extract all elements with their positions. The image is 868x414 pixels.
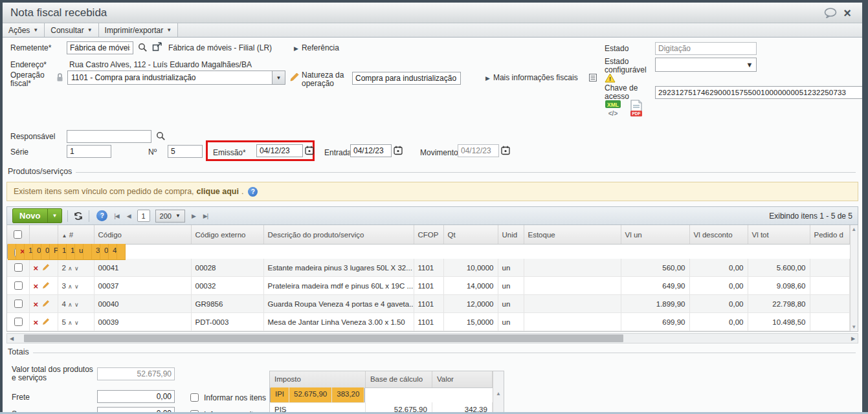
vertical-scrollbar[interactable]: ▲ ▼ [850, 225, 858, 331]
serie-input[interactable] [67, 145, 111, 158]
frete-informar-checkbox[interactable] [190, 393, 199, 402]
edit-pencil-icon[interactable] [42, 263, 50, 271]
warning-link[interactable]: clique aqui [197, 187, 239, 196]
estado-configuravel-select[interactable]: ▼ [655, 58, 757, 72]
move-down-icon[interactable]: ∨ [74, 265, 79, 272]
col-codigo[interactable]: Código [94, 225, 191, 245]
help-icon[interactable]: ? [248, 187, 258, 197]
edit-pencil-icon[interactable] [42, 300, 50, 307]
move-down-icon[interactable]: ∨ [74, 301, 79, 308]
table-row[interactable]: × 2 ∧ ∨ 00041 00028 Estante madeira pinu… [7, 259, 849, 277]
calendar-icon[interactable] [501, 146, 510, 155]
col-vl-tot[interactable]: Vl tot [748, 225, 810, 245]
edit-pencil-icon[interactable] [42, 281, 50, 289]
page-size-select[interactable]: 200 ▼ [155, 210, 185, 223]
prev-page-icon[interactable]: ◀ [126, 213, 132, 219]
entrada-input[interactable] [350, 144, 392, 157]
edit-pencil-icon[interactable] [42, 318, 50, 325]
remetente-label: Remetente* [10, 44, 51, 52]
page-number[interactable]: 1 [137, 210, 150, 222]
row-checkbox[interactable] [14, 263, 23, 272]
remetente-input[interactable] [67, 41, 133, 54]
row-checkbox[interactable] [14, 318, 23, 326]
impostos-header-row: Imposto Base de cálculo Valor [270, 371, 492, 387]
frete-input[interactable] [97, 390, 175, 403]
title-bar: Nota fiscal recebida × [3, 3, 862, 23]
external-link-icon[interactable] [152, 42, 162, 52]
menu-imprimir-exportar[interactable]: Imprimir/exportar ▼ [99, 23, 179, 37]
impostos-scrollbar[interactable]: ▲ [493, 371, 504, 414]
delete-row-icon[interactable]: × [34, 318, 39, 327]
scroll-down-icon[interactable]: ▼ [851, 324, 856, 330]
warning-icon: ! [605, 73, 616, 83]
select-all-checkbox[interactable] [14, 230, 22, 239]
delete-row-icon[interactable]: × [34, 300, 39, 309]
col-unid[interactable]: Unid [498, 225, 524, 245]
refresh-icon[interactable] [73, 211, 83, 221]
menu-acoes[interactable]: Ações ▼ [3, 23, 45, 37]
help-icon[interactable]: ? [96, 210, 107, 221]
calendar-icon[interactable] [305, 146, 314, 155]
mais-informacoes-expander[interactable]: ▶Mais informações fiscais [485, 73, 578, 82]
sort-asc-icon[interactable]: ▲ [62, 233, 67, 239]
scroll-right-icon[interactable]: ▶ [849, 336, 858, 342]
comment-icon[interactable] [822, 6, 839, 19]
row-checkbox[interactable] [14, 300, 23, 308]
natureza-input[interactable] [352, 72, 461, 85]
responsavel-input[interactable] [67, 130, 151, 143]
move-up-icon[interactable]: ∧ [68, 301, 72, 308]
xml-file-icon[interactable]: XML</> [605, 100, 623, 118]
calendar-icon[interactable] [394, 146, 403, 155]
table-row[interactable]: × 1 ∧ ∨ 00038 00015 Painel de fibra de m… [7, 245, 29, 259]
horizontal-scrollbar[interactable]: ◀ ▶ [6, 333, 858, 343]
delete-row-icon[interactable]: × [34, 263, 39, 273]
move-down-icon[interactable]: ∨ [74, 283, 79, 290]
responsavel-label: Responsável [10, 133, 55, 141]
pdf-file-icon[interactable]: PDF [629, 100, 643, 118]
table-row[interactable]: × 4 ∧ ∨ 00040 GR9856 Guarda Roupa Veneza… [7, 295, 849, 313]
delete-row-icon[interactable]: × [34, 281, 39, 291]
referencia-expander[interactable]: ▶Referência [294, 43, 339, 52]
operacao-fiscal-select[interactable]: 1101 - Compra para industrialização ▼ [67, 71, 285, 85]
delete-row-icon[interactable]: × [20, 246, 25, 256]
first-page-icon[interactable]: |◀ [113, 213, 120, 219]
col-descricao[interactable]: Descrição do produto/serviço [263, 225, 414, 245]
page-title: Nota fiscal recebida [10, 6, 822, 19]
col-vl-desconto[interactable]: Vl desconto [689, 225, 748, 245]
search-icon[interactable] [156, 131, 166, 141]
frete-informar-checkbox-row: Informar nos itens [188, 391, 266, 404]
emissao-input[interactable] [256, 144, 303, 157]
scroll-up-icon[interactable]: ▲ [496, 391, 501, 397]
notes-icon[interactable] [589, 74, 597, 82]
numero-input[interactable] [168, 145, 203, 158]
scroll-up-icon[interactable]: ▲ [851, 226, 856, 232]
search-icon[interactable] [138, 43, 148, 52]
scroll-left-icon[interactable]: ◀ [7, 336, 16, 342]
col-qt[interactable]: Qt [443, 225, 498, 245]
col-vl-un[interactable]: Vl un [621, 225, 689, 245]
col-pedido[interactable]: Pedido d [810, 225, 849, 245]
valor-total-label: Valor total dos produtos e serviços [12, 365, 97, 382]
menu-consultar[interactable]: Consultar ▼ [45, 23, 98, 37]
chevron-down-icon: ▼ [48, 213, 62, 219]
move-down-icon[interactable]: ∨ [74, 320, 79, 326]
table-row[interactable]: × 5 ∧ ∨ 00039 PDT-0003 Mesa de Jantar Li… [7, 313, 849, 331]
close-icon[interactable]: × [839, 6, 856, 19]
col-cfop[interactable]: CFOP [414, 225, 443, 245]
move-up-icon[interactable]: ∧ [68, 265, 72, 272]
scrollbar-thumb[interactable] [24, 334, 623, 342]
novo-button[interactable]: Novo ▼ [12, 208, 62, 223]
table-row[interactable]: × 3 ∧ ∨ 00037 00032 Prateleira madeira m… [7, 277, 849, 295]
next-page-icon[interactable]: ▶ [190, 213, 197, 219]
last-page-icon[interactable]: ▶| [202, 213, 209, 219]
edit-pencil-icon[interactable] [289, 72, 300, 82]
col-estoque[interactable]: Estoque [524, 225, 621, 245]
move-up-icon[interactable]: ∧ [68, 320, 72, 326]
row-checkbox[interactable] [14, 281, 23, 290]
imposto-row[interactable]: IPI 52.675,90 383,20 [270, 388, 365, 402]
form-header: Remetente* Fábrica de móveis - Filial (L… [3, 38, 862, 166]
col-codigo-externo[interactable]: Código externo [191, 225, 263, 245]
totais-section: Valor total dos produtos e serviços Fret… [8, 360, 856, 414]
chave-acesso-input[interactable] [655, 86, 862, 99]
move-up-icon[interactable]: ∧ [68, 283, 72, 290]
